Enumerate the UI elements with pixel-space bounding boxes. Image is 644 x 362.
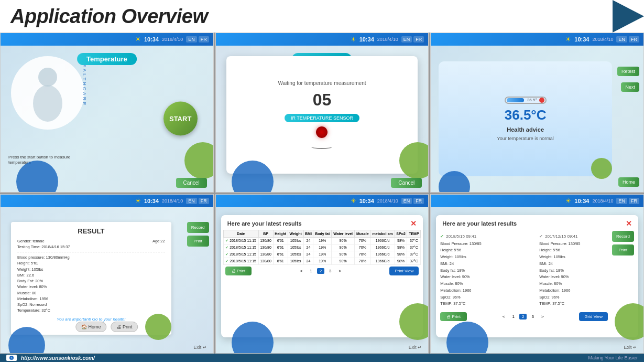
screen1-lang2[interactable]: FR xyxy=(199,36,209,42)
page-next-6[interactable]: > xyxy=(539,314,547,320)
screen6-topbar: ☀ 10:34 2018/4/10 EN FR xyxy=(431,195,643,207)
screen6-lang1[interactable]: EN xyxy=(616,198,627,204)
screen2-lang1[interactable]: EN xyxy=(401,36,412,42)
print-side-button[interactable]: Print xyxy=(187,236,209,247)
sun-icon-5: ☀ xyxy=(351,197,356,205)
screen6-right-btns: Record Print xyxy=(612,231,634,255)
screen3-lang2[interactable]: FR xyxy=(629,36,639,42)
start-button[interactable]: START xyxy=(163,102,198,136)
result-italic: You are important! Go to your health! xyxy=(17,317,165,322)
print-modal-6[interactable]: 🖨 Print xyxy=(440,312,467,321)
page-2-5[interactable]: 2 xyxy=(317,268,324,274)
close-modal-5[interactable]: ✕ xyxy=(410,219,417,228)
grid-view-button[interactable]: Grid View xyxy=(579,312,608,321)
grid-data-line: BMI: 24 xyxy=(539,261,634,268)
ir-sensor-badge: IR TEMPERATURE SENSOR xyxy=(285,114,359,122)
exit-s5-button[interactable]: Exit ↵ xyxy=(409,345,422,350)
table-cell-1-2: 6'61 xyxy=(273,244,288,251)
screen3-badges: EN FR xyxy=(616,36,639,42)
screen2-topbar: ☀ 10:34 2018/4/10 EN FR xyxy=(216,33,429,46)
page-next-5[interactable]: > xyxy=(336,268,344,274)
table-cell-1-6: 90% xyxy=(332,244,355,251)
sun-icon-4: ☀ xyxy=(135,197,141,205)
sun-icon: ☀ xyxy=(135,36,141,43)
screen5-lang1[interactable]: EN xyxy=(401,198,412,204)
result-temperature: Temperature: 32°C xyxy=(17,307,165,313)
close-modal-6[interactable]: ✕ xyxy=(626,219,632,228)
result-weight: Weight: 105lbs xyxy=(17,267,165,272)
results-title-6: Here are your latest results xyxy=(442,220,517,227)
result-height: Height: 5'61 xyxy=(17,260,165,266)
exit-s6-button[interactable]: Exit ↵ xyxy=(624,345,637,350)
page-1-6[interactable]: 1 xyxy=(510,314,517,320)
table-cell-0-7: 70% xyxy=(355,237,370,244)
grid-columns: ✔ 2018/5/15 09:41 Blood Pressure: 130/85… xyxy=(436,230,638,312)
healthcare-text: HEALTHCARE xyxy=(82,59,87,107)
page-1-5[interactable]: 1 xyxy=(307,268,314,274)
page-prev-5[interactable]: < xyxy=(298,268,305,274)
screen3-time: 10:34 xyxy=(574,36,589,42)
screen2-lang2[interactable]: FR xyxy=(413,36,424,42)
grid-data-line: Metabolism: 1966 xyxy=(440,288,535,294)
page-3-5[interactable]: 3 xyxy=(326,268,334,274)
col-date: Date xyxy=(223,230,258,237)
table-cell-3-10: 37°C xyxy=(407,258,421,264)
screen4-lang1[interactable]: EN xyxy=(186,198,197,204)
page-3-6[interactable]: 3 xyxy=(529,314,536,320)
screen3-lang1[interactable]: EN xyxy=(616,36,627,42)
table-cell-3-3: 105lbs xyxy=(288,258,303,264)
result-muscle: Muscle: 80 xyxy=(17,290,165,296)
page-prev-6[interactable]: < xyxy=(500,314,508,320)
result-body-fat: Body Fat: 20% xyxy=(17,278,165,284)
table-row-date-2: ✔ 2018/5/15 11:15 xyxy=(223,251,258,258)
table-cell-0-3: 105lbs xyxy=(288,237,303,244)
screen1-topbar: ☀ 10:34 2018/4/10 EN FR xyxy=(1,33,213,46)
table-cell-2-9: 98% xyxy=(395,251,407,258)
screen-5: ☀ 10:34 2018/4/10 EN FR Here are your la… xyxy=(215,194,429,354)
grid-col1-date: 2018/5/15 09:41 xyxy=(446,234,476,239)
screen6-lang2[interactable]: FR xyxy=(629,198,639,204)
print-view-button[interactable]: Print View xyxy=(389,267,419,275)
print-modal-5[interactable]: 🖨 Print xyxy=(225,267,252,275)
result-spo2: SpO2: No record xyxy=(17,302,165,307)
grid-col1-data: Blood Pressure: 130/85Height: 5'56Weight… xyxy=(440,241,535,308)
table-cell-3-5: 19% xyxy=(313,258,332,264)
results-header-6: Here are your latest results ✕ xyxy=(436,215,638,230)
thermometer-bar: 36.5° xyxy=(505,97,547,104)
screen5-date: 2018/4/10 xyxy=(377,198,398,204)
screen1-cancel-button[interactable]: Cancel xyxy=(176,178,207,188)
sun-icon-6: ☀ xyxy=(565,197,571,205)
svg-point-0 xyxy=(38,68,57,87)
record-button[interactable]: Record xyxy=(187,222,209,233)
results-table-5: Date BP Height Weight BMI Body fat Water… xyxy=(223,230,421,265)
home-button[interactable]: Home xyxy=(618,177,639,187)
screen6-badges: EN FR xyxy=(616,198,639,204)
record-btn-6[interactable]: Record xyxy=(612,231,634,242)
screen4-lang2[interactable]: FR xyxy=(199,198,209,204)
screen-3: ☀ 10:34 2018/4/10 EN FR 36.5° 36.5°C xyxy=(430,33,644,193)
table-cell-0-8: 1966C/d xyxy=(370,237,395,244)
footer-url[interactable]: http://www.sunsonkiosk.com/ xyxy=(21,355,95,361)
col-muscle: Muscle xyxy=(355,230,370,237)
print-btn-side-6[interactable]: Print xyxy=(612,244,634,255)
screen1-lang1[interactable]: EN xyxy=(186,36,197,42)
screen2-cancel-button[interactable]: Cancel xyxy=(391,178,422,188)
next-button[interactable]: Next xyxy=(621,82,639,92)
grid-col1-header: ✔ 2018/5/15 09:41 xyxy=(440,234,535,239)
home-s4-button[interactable]: 🏠 Home xyxy=(75,322,107,332)
table-cell-3-4: 24 xyxy=(303,258,313,264)
screen4-time: 10:34 xyxy=(144,198,159,204)
print-s4-button[interactable]: 🖨 Print xyxy=(111,322,138,332)
grid-data-line: SpO2: 96% xyxy=(440,294,535,301)
screen-6: ☀ 10:34 2018/4/10 EN FR Here are your la… xyxy=(430,194,644,354)
screen5-lang2[interactable]: FR xyxy=(413,198,424,204)
retest-button[interactable]: Retest xyxy=(617,67,639,76)
screen4-content: RESULT Gender: female Age:22 Testing Tim… xyxy=(1,207,213,354)
wave-indicator xyxy=(311,145,332,149)
table-cell-2-6: 90% xyxy=(332,251,355,258)
page-2-6[interactable]: 2 xyxy=(519,314,527,320)
page-title: Application Overview xyxy=(10,5,208,28)
exit-s4-button[interactable]: Exit ↵ xyxy=(193,345,207,350)
footer-slogan: Making Your Life Easier xyxy=(588,355,638,360)
screen3-temp-card: 36.5° 36.5°C Health advice Your temperat… xyxy=(439,61,612,176)
